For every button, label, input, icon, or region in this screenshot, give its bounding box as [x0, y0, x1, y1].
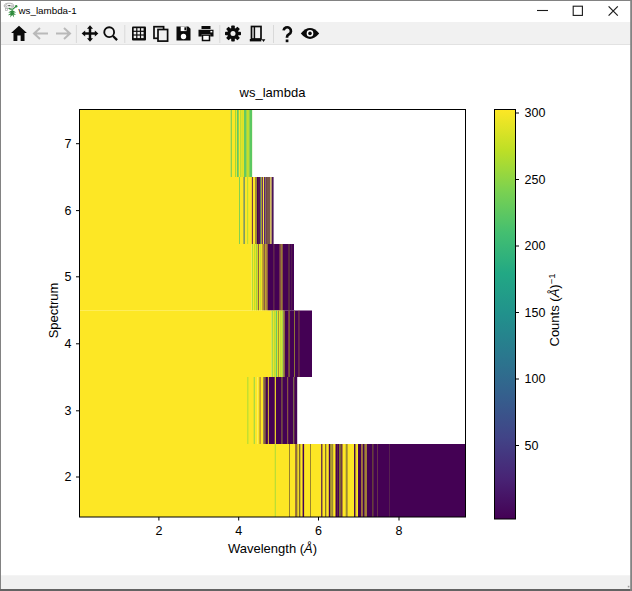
svg-text:ws_lambda-1: ws_lambda-1 [18, 5, 77, 16]
svg-text:7: 7 [65, 137, 72, 151]
svg-text:Counts (Å)−1: Counts (Å)−1 [546, 274, 562, 347]
svg-text:5: 5 [65, 270, 72, 284]
svg-text:200: 200 [525, 239, 546, 253]
svg-text:100: 100 [525, 372, 546, 386]
svg-text:2: 2 [65, 470, 72, 484]
svg-text:8: 8 [396, 524, 403, 538]
svg-text:300: 300 [525, 106, 546, 120]
svg-text:150: 150 [525, 306, 546, 320]
svg-text:Spectrum: Spectrum [46, 283, 61, 339]
svg-text:ws_lambda: ws_lambda [239, 85, 307, 100]
svg-text:2: 2 [155, 524, 162, 538]
svg-text:3: 3 [65, 404, 72, 418]
svg-text:6: 6 [315, 524, 322, 538]
svg-text:50: 50 [525, 439, 539, 453]
svg-text:4: 4 [65, 337, 72, 351]
svg-text:6: 6 [65, 204, 72, 218]
svg-text:Wavelength (Å): Wavelength (Å) [228, 541, 317, 556]
svg-text:4: 4 [235, 524, 242, 538]
svg-text:250: 250 [525, 173, 546, 187]
